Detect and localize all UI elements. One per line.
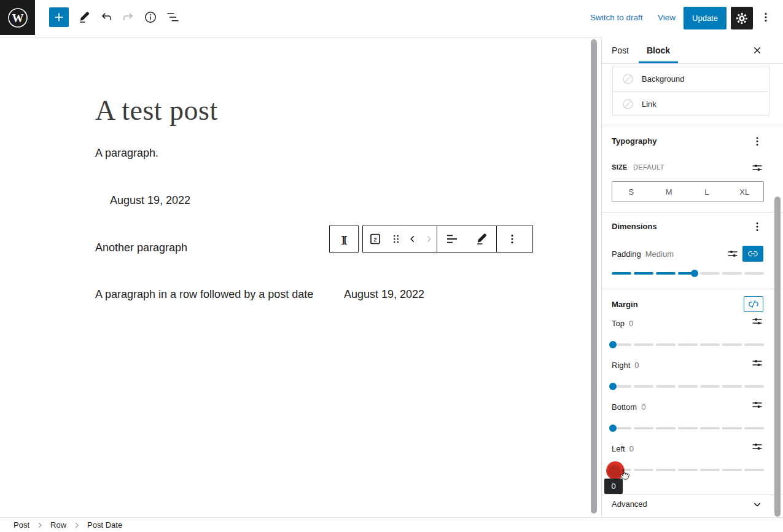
margin-bottom-settings-button[interactable] — [750, 397, 765, 412]
size-option-xl[interactable]: XL — [726, 182, 764, 201]
drag-handle[interactable] — [388, 226, 405, 252]
size-settings-button[interactable] — [750, 160, 765, 175]
selected-post-date-block[interactable]: August 19, 2022 — [344, 288, 424, 301]
link-color-setting[interactable]: Link — [613, 91, 769, 116]
breadcrumb-item-post[interactable]: Post — [14, 520, 29, 530]
advanced-panel-toggle[interactable] — [750, 497, 765, 512]
options-menu-button[interactable] — [758, 10, 773, 25]
slider-segment[interactable] — [744, 343, 764, 346]
slider-segment[interactable] — [656, 343, 676, 346]
padding-slider-handle[interactable] — [691, 270, 698, 277]
kebab-icon — [758, 10, 773, 25]
move-right-button-disabled[interactable] — [421, 226, 437, 252]
slider-segment[interactable] — [634, 427, 653, 429]
chevron-down-icon — [750, 497, 765, 512]
slider-segment[interactable] — [656, 427, 676, 429]
post-date-block-button[interactable]: 2 — [363, 226, 388, 252]
update-button[interactable]: Update — [684, 7, 727, 29]
align-text-button[interactable] — [437, 226, 467, 252]
padding-slider[interactable] — [612, 270, 764, 277]
slider-segment[interactable] — [744, 427, 764, 429]
settings-toggle-button[interactable] — [731, 7, 753, 29]
slider-segment[interactable] — [700, 427, 720, 429]
block-toolbar: 2 — [362, 225, 533, 253]
size-option-l[interactable]: L — [688, 182, 726, 201]
breadcrumb-separator-icon — [36, 521, 44, 530]
slider-segment[interactable] — [700, 385, 720, 388]
move-left-button[interactable] — [405, 226, 421, 252]
margin-bottom-slider-handle[interactable] — [609, 424, 617, 432]
breadcrumb-item-row[interactable]: Row — [50, 520, 66, 530]
slider-segment[interactable] — [722, 343, 742, 346]
slider-segment[interactable] — [634, 385, 653, 388]
margin-right-slider-handle[interactable] — [609, 383, 617, 390]
slider-segment[interactable] — [700, 272, 720, 275]
close-sidebar-button[interactable] — [750, 43, 765, 58]
dimensions-options-button[interactable] — [750, 219, 765, 234]
undo-button[interactable] — [99, 10, 114, 25]
slider-segment[interactable] — [612, 272, 631, 275]
size-option-m[interactable]: M — [650, 182, 688, 201]
slider-segment[interactable] — [634, 469, 653, 471]
slider-segment[interactable] — [722, 427, 742, 429]
parent-row-selector[interactable]: ][ — [329, 225, 359, 253]
block-inserter-button[interactable] — [49, 7, 69, 27]
margin-bottom-slider[interactable] — [612, 424, 764, 432]
background-color-setting[interactable]: Background — [613, 66, 769, 91]
padding-link-sides-button[interactable] — [742, 246, 763, 262]
slider-segment[interactable] — [656, 385, 676, 388]
details-button[interactable] — [143, 10, 158, 25]
margin-right-slider[interactable] — [612, 383, 764, 390]
paragraph-block[interactable]: Another paragraph — [95, 241, 187, 254]
redo-button[interactable] — [121, 10, 136, 25]
slider-segment[interactable] — [634, 343, 653, 346]
list-view-button[interactable] — [165, 10, 180, 25]
margin-top-settings-button[interactable] — [750, 314, 765, 329]
post-title[interactable]: A test post — [95, 94, 218, 127]
typography-options-button[interactable] — [750, 134, 765, 149]
paragraph-block[interactable]: A paragraph. — [95, 147, 158, 160]
sidebar-scrollbar[interactable] — [774, 197, 781, 517]
slider-segment[interactable] — [744, 385, 764, 388]
slider-segment[interactable] — [678, 385, 698, 388]
breadcrumb-item-post-date[interactable]: Post Date — [87, 520, 122, 530]
wordpress-menu-button[interactable]: W — [0, 0, 35, 35]
slider-segment[interactable] — [634, 272, 653, 275]
tools-button[interactable] — [77, 10, 92, 25]
post-date-block[interactable]: August 19, 2022 — [110, 194, 190, 207]
list-view-icon — [165, 10, 180, 25]
tab-block[interactable]: Block — [647, 45, 670, 55]
margin-top-slider[interactable] — [612, 341, 764, 348]
margin-right-value: 0 — [634, 361, 639, 370]
row-paragraph-block[interactable]: A paragraph in a row followed by a post … — [95, 288, 313, 301]
slider-segment[interactable] — [700, 469, 720, 471]
block-options-button[interactable] — [497, 226, 528, 252]
slider-segment[interactable] — [678, 469, 698, 471]
slider-segment[interactable] — [656, 272, 676, 275]
chevron-left-icon — [405, 232, 420, 246]
padding-settings-button[interactable] — [725, 246, 740, 261]
slider-value-tooltip: 0 — [604, 479, 623, 494]
tab-post[interactable]: Post — [612, 45, 629, 55]
switch-to-draft-button[interactable]: Switch to draft — [590, 13, 643, 22]
slider-segment[interactable] — [722, 469, 742, 471]
editor-window: W — [0, 0, 783, 532]
slider-segment[interactable] — [744, 469, 764, 471]
slider-segment[interactable] — [744, 272, 764, 275]
margin-right-settings-button[interactable] — [750, 356, 765, 370]
pencil-icon — [77, 10, 92, 25]
slider-segment[interactable] — [722, 272, 742, 275]
edit-date-button[interactable] — [467, 226, 496, 252]
view-button[interactable]: View — [658, 13, 676, 22]
margin-top-slider-handle[interactable] — [609, 341, 617, 348]
margin-unlink-sides-button[interactable] — [744, 296, 763, 312]
slider-segment[interactable] — [678, 343, 698, 346]
slider-segment[interactable] — [656, 469, 676, 471]
margin-left-settings-button[interactable] — [750, 439, 765, 454]
canvas-scrollbar[interactable] — [591, 39, 597, 514]
margin-left-slider[interactable] — [612, 466, 764, 474]
slider-segment[interactable] — [722, 385, 742, 388]
slider-segment[interactable] — [700, 343, 720, 346]
slider-segment[interactable] — [678, 427, 698, 429]
size-option-s[interactable]: S — [612, 182, 650, 201]
